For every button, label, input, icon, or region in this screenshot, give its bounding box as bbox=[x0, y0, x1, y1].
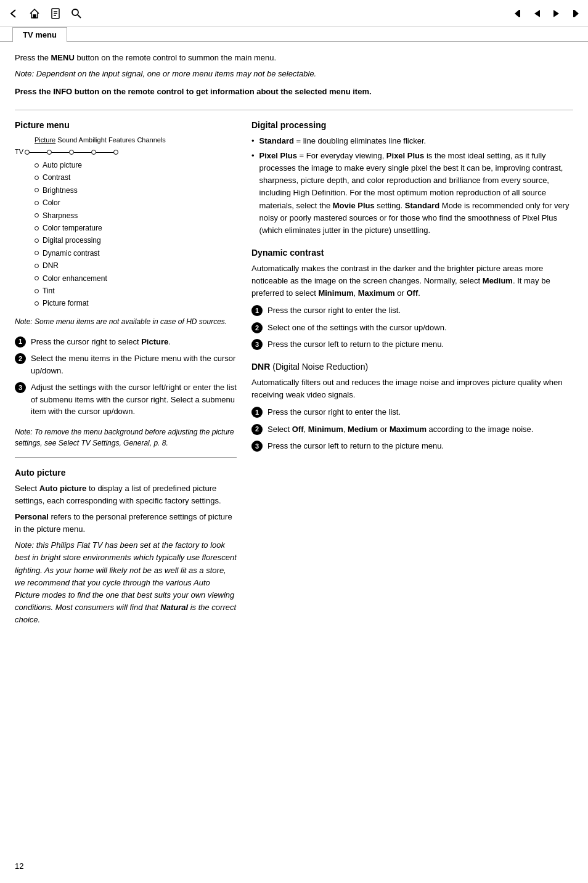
menu-nav-line: TV bbox=[15, 147, 237, 158]
dnr-step-1: 1 Press the cursor right to enter the li… bbox=[251, 406, 573, 418]
menu-bullet bbox=[35, 176, 39, 180]
intro-note: Note: Dependent on the input signal, one… bbox=[15, 68, 573, 80]
hline3 bbox=[74, 152, 91, 153]
auto-picture-heading: Auto picture bbox=[15, 468, 237, 478]
menu-nav-tabs: Picture Sound Ambilight Features Channel… bbox=[35, 135, 237, 146]
menu-item-tint: Tint bbox=[35, 285, 237, 297]
dc-step-2: 2 Select one of the settings with the cu… bbox=[251, 322, 573, 334]
skip-forward-icon[interactable] bbox=[567, 6, 582, 21]
nav-circle-4 bbox=[113, 150, 118, 155]
dnr-step-num-2: 2 bbox=[251, 424, 263, 435]
nav-circle-tv bbox=[25, 150, 30, 155]
tab-features: Features bbox=[108, 136, 135, 144]
menu-bullet bbox=[35, 251, 39, 255]
step-num-3: 3 bbox=[15, 382, 26, 393]
dc-step-3-text: Press the cursor left to return to the p… bbox=[267, 338, 444, 351]
dnr-step-num-1: 1 bbox=[251, 407, 263, 418]
nav-circle-2 bbox=[69, 150, 74, 155]
tab-ambilight: Ambilight bbox=[79, 136, 107, 144]
intro-text: Press the MENU button on the remote cont… bbox=[15, 52, 573, 64]
back-icon[interactable] bbox=[6, 6, 21, 21]
page-number: 12 bbox=[15, 861, 23, 871]
digital-processing-heading: Digital processing bbox=[251, 120, 573, 130]
right-column: Digital processing • Standard = line dou… bbox=[251, 120, 573, 637]
menu-bullet bbox=[35, 301, 39, 306]
tab-sound: Sound bbox=[57, 136, 77, 144]
svg-line-6 bbox=[78, 15, 81, 18]
svg-point-5 bbox=[72, 9, 78, 15]
nav-circle-3 bbox=[91, 150, 96, 155]
dynamic-contrast-steps: 1 Press the cursor right to enter the li… bbox=[251, 304, 573, 351]
dnr-heading-suffix: (Digital Noise Reduction) bbox=[272, 362, 368, 372]
menu-items-list: Auto picture Contrast Brightness Color S… bbox=[35, 159, 237, 310]
menu-item-dynamic-contrast: Dynamic contrast bbox=[35, 247, 237, 259]
dc-step-num-2: 2 bbox=[251, 322, 263, 333]
dynamic-contrast-section: Dynamic contrast Automatically makes the… bbox=[251, 248, 573, 351]
tv-menu-tab[interactable]: TV menu bbox=[12, 27, 67, 42]
nav-dots bbox=[25, 150, 118, 155]
svg-rect-12 bbox=[573, 10, 574, 17]
toolbar-right bbox=[512, 6, 582, 21]
tab-channels: Channels bbox=[137, 136, 165, 144]
menu-item-color: Color bbox=[35, 197, 237, 209]
tab-bar: TV menu bbox=[0, 27, 588, 42]
menu-diagram: Picture Sound Ambilight Features Channel… bbox=[15, 135, 237, 310]
svg-marker-9 bbox=[534, 10, 540, 17]
prev-icon[interactable] bbox=[530, 6, 545, 21]
step-3-text: Adjust the settings with the cursor left… bbox=[31, 381, 237, 418]
dp-bullet-pixelplus: • Pixel Plus = For everyday viewing, Pix… bbox=[251, 150, 573, 237]
document-icon[interactable] bbox=[48, 6, 63, 21]
dnr-para: Automatically filters out and reduces th… bbox=[251, 376, 573, 401]
dnr-section: DNR (Digital Noise Reduction) Automatica… bbox=[251, 362, 573, 452]
toolbar bbox=[0, 0, 588, 27]
svg-rect-0 bbox=[33, 15, 36, 18]
left-column: Picture menu Picture Sound Ambilight Fea… bbox=[15, 120, 237, 637]
dnr-step-1-text: Press the cursor right to enter the list… bbox=[267, 406, 401, 418]
hline1 bbox=[30, 152, 47, 153]
menu-bullet bbox=[35, 238, 39, 243]
svg-marker-11 bbox=[574, 10, 579, 17]
menu-item-color-temperature: Color temperature bbox=[35, 222, 237, 234]
skip-back-icon[interactable] bbox=[512, 6, 526, 21]
menu-item-brightness: Brightness bbox=[35, 184, 237, 197]
hd-sources-note: Note: Some menu items are not available … bbox=[15, 316, 237, 327]
dc-step-1: 1 Press the cursor right to enter the li… bbox=[251, 304, 573, 317]
dnr-step-3-text: Press the cursor left to return to the p… bbox=[267, 440, 444, 452]
tab-picture: Picture bbox=[35, 136, 55, 144]
toolbar-left bbox=[6, 6, 84, 21]
digital-processing-bullets: • Standard = line doubling eliminates li… bbox=[251, 135, 573, 237]
step-2: 2 Select the menu items in the Picture m… bbox=[15, 352, 237, 376]
dnr-step-2: 2 Select Off, Minimum, Medium or Maximum… bbox=[251, 423, 573, 436]
home-icon[interactable] bbox=[27, 6, 42, 21]
dp-bullet-standard: • Standard = line doubling eliminates li… bbox=[251, 135, 573, 147]
picture-menu-heading: Picture menu bbox=[15, 120, 237, 130]
dynamic-contrast-para: Automatically makes the contrast in the … bbox=[251, 262, 573, 299]
step-1: 1 Press the cursor right to select Pictu… bbox=[15, 336, 237, 348]
hline2 bbox=[52, 152, 69, 153]
next-icon[interactable] bbox=[549, 6, 563, 21]
dnr-step-3: 3 Press the cursor left to return to the… bbox=[251, 440, 573, 452]
menu-item-color-enhancement: Color enhancement bbox=[35, 272, 237, 285]
auto-picture-para2: Personal refers to the personal preferen… bbox=[15, 511, 237, 535]
menu-background-note: Note: To remove the menu background befo… bbox=[15, 426, 237, 449]
step-num-1: 1 bbox=[15, 336, 26, 348]
menu-bullet bbox=[35, 163, 39, 168]
menu-bullet bbox=[35, 289, 39, 293]
auto-picture-section: Auto picture Select Auto picture to disp… bbox=[15, 468, 237, 627]
info-bold-text: Press the INFO button on the remote cont… bbox=[15, 86, 573, 99]
dc-step-2-text: Select one of the settings with the curs… bbox=[267, 322, 447, 334]
svg-marker-7 bbox=[515, 10, 519, 17]
dynamic-contrast-heading: Dynamic contrast bbox=[251, 248, 573, 258]
dc-step-num-3: 3 bbox=[251, 339, 263, 350]
dnr-heading: DNR (Digital Noise Reduction) bbox=[251, 362, 573, 372]
menu-bullet bbox=[35, 276, 39, 280]
picture-steps-list: 1 Press the cursor right to select Pictu… bbox=[15, 336, 237, 418]
dp-pixelplus-text: Pixel Plus = For everyday viewing, Pixel… bbox=[259, 150, 573, 237]
step-3: 3 Adjust the settings with the cursor le… bbox=[15, 381, 237, 418]
menu-item-digital-processing: Digital processing bbox=[35, 234, 237, 246]
menu-item-contrast: Contrast bbox=[35, 171, 237, 184]
auto-picture-para1: Select Auto picture to display a list of… bbox=[15, 482, 237, 507]
menu-item-auto-picture: Auto picture bbox=[35, 159, 237, 171]
search-icon[interactable] bbox=[69, 6, 84, 21]
auto-picture-note: Note: this Philips Flat TV has been set … bbox=[15, 539, 237, 626]
